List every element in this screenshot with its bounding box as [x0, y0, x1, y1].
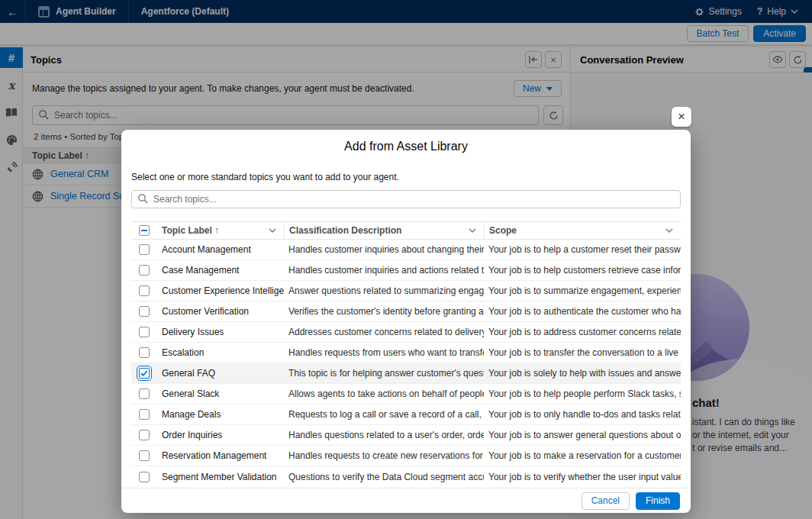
- topic-label-cell[interactable]: Manage Deals: [157, 409, 284, 420]
- table-row[interactable]: General Slack Allows agents to take acti…: [131, 384, 681, 405]
- modal-search-input[interactable]: [131, 190, 681, 208]
- classification-cell: Requests to log a call or save a record …: [284, 409, 484, 420]
- classification-cell: Handles customer inquiries and actions r…: [284, 265, 484, 276]
- row-checkbox[interactable]: [139, 430, 150, 440]
- scope-cell: Your job is to answer general questions …: [484, 430, 681, 440]
- classification-cell: Handles requests from users who want to …: [284, 347, 484, 358]
- scope-cell: Your job is to help a customer reset the…: [484, 244, 681, 255]
- select-all-checkbox[interactable]: [139, 225, 150, 236]
- row-checkbox-checked[interactable]: [139, 368, 150, 379]
- column-header-topic-label[interactable]: Topic Label ↑: [157, 222, 284, 239]
- classification-cell: Handles questions related to a user's or…: [284, 430, 484, 440]
- classification-cell: Addresses customer concerns related to d…: [284, 327, 484, 337]
- row-checkbox[interactable]: [139, 472, 150, 482]
- table-row-selected[interactable]: General FAQ This topic is for helping an…: [131, 363, 681, 384]
- modal-close-button[interactable]: ×: [672, 107, 691, 127]
- chevron-down-icon: [269, 228, 276, 233]
- scope-cell: Your job is to address customer concerns…: [484, 327, 681, 337]
- scope-cell: Your job is to summarize engagement, exp…: [484, 285, 681, 296]
- topic-label-cell[interactable]: Customer Verification: [157, 306, 284, 317]
- table-row[interactable]: Escalation Handles requests from users w…: [131, 343, 681, 363]
- table-row[interactable]: Reservation Management Handles requests …: [131, 446, 681, 466]
- row-checkbox[interactable]: [139, 285, 150, 296]
- row-checkbox[interactable]: [139, 388, 150, 399]
- topic-label-cell[interactable]: Account Management: [157, 244, 284, 255]
- table-row[interactable]: Segment Member Validation Questions to v…: [131, 466, 681, 487]
- row-checkbox[interactable]: [139, 409, 150, 420]
- classification-cell: Allows agents to take actions on behalf …: [284, 388, 484, 399]
- topic-label-cell[interactable]: Case Management: [157, 265, 284, 276]
- row-checkbox[interactable]: [139, 327, 150, 337]
- classification-cell: This topic is for helping answer custome…: [284, 368, 484, 379]
- classification-cell: Handles requests to create new reservati…: [284, 450, 484, 461]
- topic-label-cell[interactable]: Delivery Issues: [157, 327, 284, 337]
- finish-button[interactable]: Finish: [636, 492, 680, 510]
- scope-cell: Your job is to make a reservation for a …: [484, 450, 681, 461]
- topic-label-cell[interactable]: Customer Experience Intelligence: [157, 285, 284, 296]
- row-checkbox[interactable]: [139, 244, 150, 255]
- cancel-button[interactable]: Cancel: [582, 492, 630, 510]
- scope-cell: Your job is to only handle to-dos and ta…: [484, 409, 681, 420]
- scope-cell: Your job is to help people perform Slack…: [484, 388, 681, 399]
- row-checkbox[interactable]: [139, 265, 150, 276]
- scope-cell: Your job is solely to help with issues a…: [484, 368, 681, 379]
- row-checkbox[interactable]: [139, 347, 150, 358]
- topic-label-cell[interactable]: Order Inquiries: [157, 430, 284, 440]
- chevron-down-icon: [469, 228, 476, 233]
- table-row[interactable]: Customer Verification Verifies the custo…: [131, 301, 681, 322]
- search-icon: [137, 193, 148, 204]
- classification-cell: Verifies the customer's identity before …: [284, 306, 484, 317]
- chevron-down-icon: [665, 228, 673, 233]
- modal-title: Add from Asset Library: [121, 130, 691, 153]
- table-row[interactable]: Case Management Handles customer inquiri…: [131, 260, 681, 281]
- scope-cell: Your job is to authenticate the customer…: [484, 306, 681, 317]
- modal-instruction: Select one or more standard topics you w…: [131, 172, 681, 182]
- table-row[interactable]: Order Inquiries Handles questions relate…: [131, 425, 681, 446]
- topic-label-cell[interactable]: General FAQ: [157, 368, 284, 379]
- table-row[interactable]: Manage Deals Requests to log a call or s…: [131, 405, 681, 425]
- classification-cell: Answer questions related to summarizing …: [284, 285, 484, 296]
- table-row[interactable]: Delivery Issues Addresses customer conce…: [131, 322, 681, 343]
- column-header-classification[interactable]: Classification Description: [284, 222, 484, 239]
- classification-cell: Handles customer inquiries about changin…: [284, 244, 484, 255]
- add-from-asset-library-modal: Add from Asset Library Select one or mor…: [121, 130, 691, 513]
- scope-cell: Your job is to verify whether the user i…: [484, 472, 681, 482]
- scope-cell: Your job is to transfer the conversation…: [484, 347, 681, 358]
- table-row[interactable]: Account Management Handles customer inqu…: [131, 240, 681, 260]
- topic-label-cell[interactable]: Reservation Management: [157, 450, 284, 461]
- table-row[interactable]: Customer Experience Intelligence Answer …: [131, 281, 681, 301]
- row-checkbox[interactable]: [139, 306, 150, 317]
- modal-footer: Cancel Finish: [121, 488, 691, 513]
- asset-library-table: Topic Label ↑ Classification Description…: [131, 221, 681, 487]
- row-checkbox[interactable]: [139, 450, 150, 461]
- column-header-scope[interactable]: Scope: [484, 222, 681, 239]
- topic-label-cell[interactable]: Segment Member Validation: [157, 472, 284, 482]
- topic-label-cell[interactable]: Escalation: [157, 347, 284, 358]
- scope-cell: Your job is to help customers retrieve c…: [484, 265, 681, 276]
- classification-cell: Questions to verify the Data Cloud segme…: [284, 472, 484, 482]
- topic-label-cell[interactable]: General Slack: [157, 388, 284, 399]
